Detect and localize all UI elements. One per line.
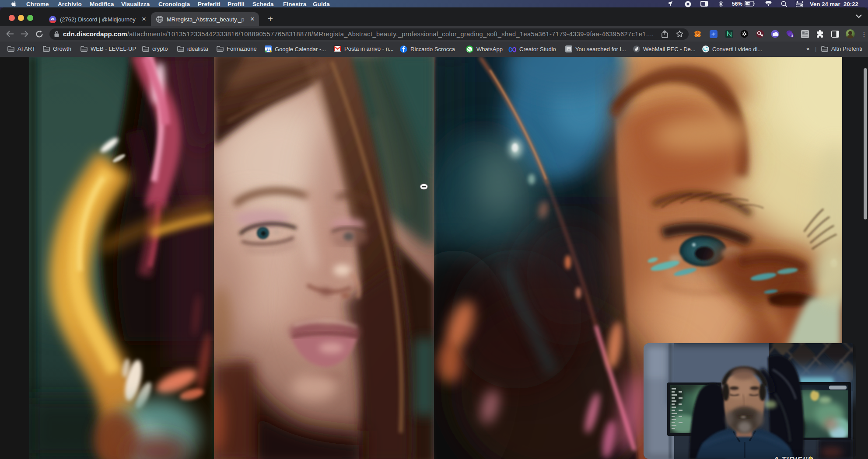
svg-text:31: 31 <box>266 48 270 52</box>
svg-text:5: 5 <box>791 34 793 37</box>
